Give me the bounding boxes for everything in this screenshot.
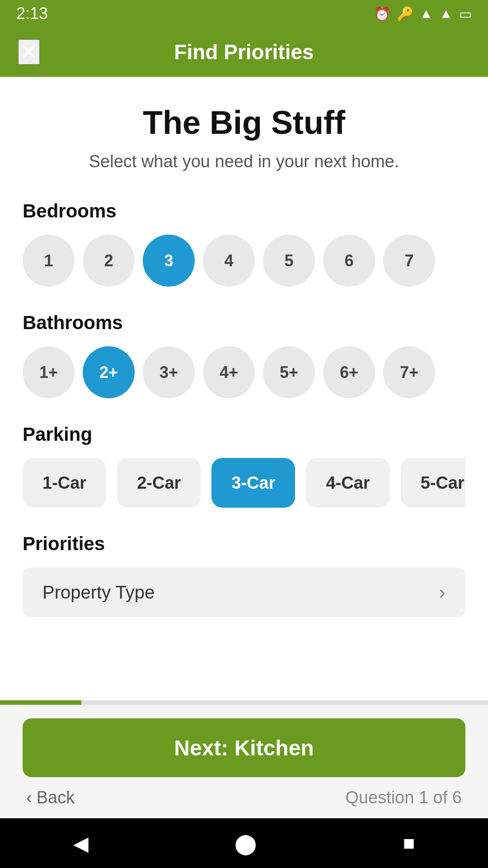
bottom-area: Next: Kitchen ‹ Back Question 1 of 6 xyxy=(0,705,488,818)
system-nav-bar: ◀ ⬤ ■ xyxy=(0,818,488,868)
back-button[interactable]: ‹ Back xyxy=(26,788,75,807)
status-time: 2:13 xyxy=(16,4,48,23)
bedroom-option-7[interactable]: 7 xyxy=(383,235,435,287)
priority-item-label: Property Type xyxy=(42,582,155,603)
header-title: Find Priorities xyxy=(174,40,314,64)
bathrooms-label: Bathrooms xyxy=(23,312,465,334)
status-icons: ⏰ 🔑 ▲ ▲ ▭ xyxy=(374,6,472,22)
progress-bar-fill xyxy=(0,700,81,705)
parking-label: Parking xyxy=(23,424,465,445)
chevron-right-icon: › xyxy=(439,581,446,604)
bedrooms-label: Bedrooms xyxy=(23,200,465,222)
close-button[interactable]: ✕ xyxy=(18,39,40,65)
key-icon: 🔑 xyxy=(397,6,413,22)
parking-option-5-Car[interactable]: 5-Car xyxy=(401,458,465,508)
sys-back-button[interactable]: ◀ xyxy=(73,832,89,855)
parking-option-1-Car[interactable]: 1-Car xyxy=(23,458,106,508)
bathroom-option-3+[interactable]: 3+ xyxy=(143,346,195,398)
page-subtitle: Select what you need in your next home. xyxy=(23,152,465,171)
bathroom-option-6+[interactable]: 6+ xyxy=(323,346,375,398)
bathroom-option-2+[interactable]: 2+ xyxy=(83,346,135,398)
bedroom-option-4[interactable]: 4 xyxy=(203,235,255,287)
progress-bar-container xyxy=(0,700,488,705)
bedroom-option-1[interactable]: 1 xyxy=(23,235,75,287)
back-label: Back xyxy=(37,788,75,807)
parking-section: Parking 1-Car2-Car3-Car4-Car5-Car xyxy=(23,424,465,508)
bedroom-option-3[interactable]: 3 xyxy=(143,235,195,287)
question-indicator: Question 1 of 6 xyxy=(345,788,462,807)
bottom-navigation: ‹ Back Question 1 of 6 xyxy=(23,788,465,807)
next-button[interactable]: Next: Kitchen xyxy=(23,718,465,777)
parking-option-2-Car[interactable]: 2-Car xyxy=(117,458,201,508)
bedrooms-section: Bedrooms 1234567 xyxy=(23,200,465,287)
alarm-icon: ⏰ xyxy=(374,6,390,22)
signal-icon: ▲ xyxy=(439,6,453,21)
bathroom-option-4+[interactable]: 4+ xyxy=(203,346,255,398)
wifi-icon: ▲ xyxy=(420,6,433,21)
back-chevron-icon: ‹ xyxy=(26,788,32,807)
battery-icon: ▭ xyxy=(459,6,472,22)
bathrooms-section: Bathrooms 1+2+3+4+5+6+7+ xyxy=(23,312,465,398)
priorities-list: Property Type › xyxy=(23,567,465,617)
sys-home-button[interactable]: ⬤ xyxy=(235,832,257,855)
bathroom-option-5+[interactable]: 5+ xyxy=(263,346,315,398)
bedrooms-options: 1234567 xyxy=(23,235,465,287)
bathroom-option-1+[interactable]: 1+ xyxy=(23,346,75,398)
bedroom-option-6[interactable]: 6 xyxy=(323,235,375,287)
status-bar: 2:13 ⏰ 🔑 ▲ ▲ ▭ xyxy=(0,0,488,27)
bedroom-option-2[interactable]: 2 xyxy=(83,235,135,287)
header: ✕ Find Priorities xyxy=(0,27,488,77)
bathroom-option-7+[interactable]: 7+ xyxy=(383,346,435,398)
page-title: The Big Stuff xyxy=(23,104,465,141)
parking-option-4-Car[interactable]: 4-Car xyxy=(306,458,389,508)
priority-item[interactable]: Property Type › xyxy=(23,567,465,617)
priorities-section: Priorities Property Type › xyxy=(23,533,465,617)
priorities-label: Priorities xyxy=(23,533,465,555)
parking-options: 1-Car2-Car3-Car4-Car5-Car xyxy=(23,458,465,508)
main-content: The Big Stuff Select what you need in yo… xyxy=(0,77,488,700)
sys-recent-button[interactable]: ■ xyxy=(403,832,415,854)
bedroom-option-5[interactable]: 5 xyxy=(263,235,315,287)
parking-option-3-Car[interactable]: 3-Car xyxy=(211,458,295,508)
bathrooms-options: 1+2+3+4+5+6+7+ xyxy=(23,346,465,398)
